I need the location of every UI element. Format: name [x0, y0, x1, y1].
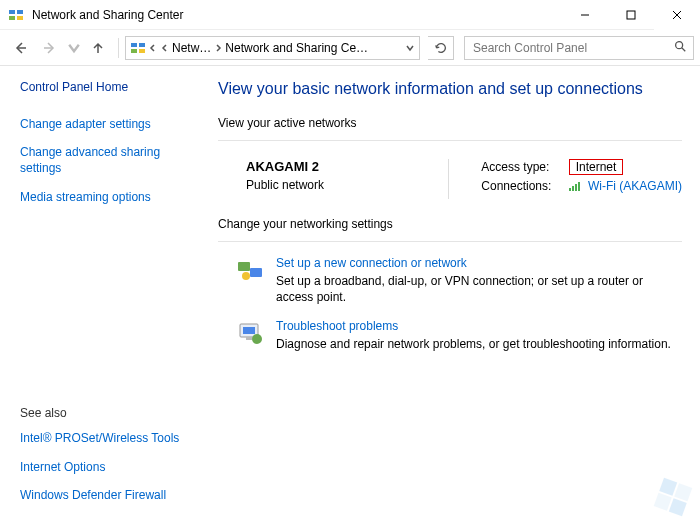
svg-point-22 [242, 272, 250, 280]
troubleshoot-link[interactable]: Troubleshoot problems [276, 319, 671, 333]
svg-rect-3 [17, 16, 23, 20]
svg-rect-30 [669, 498, 687, 516]
forward-button[interactable] [36, 34, 64, 62]
svg-rect-1 [17, 10, 23, 14]
window-title: Network and Sharing Center [32, 8, 183, 22]
svg-rect-29 [654, 493, 672, 511]
troubleshoot-icon [236, 319, 264, 347]
svg-rect-27 [659, 478, 677, 496]
svg-rect-5 [627, 11, 635, 19]
svg-point-26 [252, 334, 262, 344]
svg-rect-18 [575, 184, 577, 191]
chevron-right-icon[interactable] [213, 43, 223, 53]
setup-connection-link[interactable]: Set up a new connection or network [276, 256, 682, 270]
navbar: Netw… Network and Sharing Ce… [0, 30, 700, 66]
setup-connection-icon [236, 256, 264, 284]
breadcrumb-icon [130, 40, 146, 56]
control-panel-home-link[interactable]: Control Panel Home [20, 80, 200, 94]
network-name: AKAGAMI 2 [246, 159, 324, 174]
svg-rect-17 [572, 186, 574, 191]
maximize-button[interactable] [608, 0, 654, 30]
up-button[interactable] [84, 34, 112, 62]
search-input[interactable] [471, 40, 673, 56]
setting-item-troubleshoot: Troubleshoot problems Diagnose and repai… [236, 319, 682, 352]
back-button[interactable] [6, 34, 34, 62]
wifi-icon [569, 181, 583, 195]
page-title: View your basic network information and … [218, 80, 682, 98]
chevron-left-icon[interactable] [148, 43, 158, 53]
search-icon [673, 39, 687, 56]
access-type-label: Access type: [481, 160, 565, 174]
chevron-left-icon[interactable] [160, 43, 170, 53]
svg-point-14 [676, 42, 683, 49]
svg-rect-2 [9, 16, 15, 20]
sidebar-link-internet-options[interactable]: Internet Options [20, 459, 200, 475]
svg-rect-11 [139, 43, 145, 47]
svg-rect-16 [569, 188, 571, 191]
sidebar-link-media-streaming[interactable]: Media streaming options [20, 189, 200, 205]
svg-rect-24 [243, 327, 255, 334]
chevron-down-icon[interactable] [405, 43, 415, 53]
sidebar-link-adapter[interactable]: Change adapter settings [20, 116, 200, 132]
change-settings-label: Change your networking settings [218, 217, 682, 231]
access-type-value: Internet [569, 159, 624, 175]
connection-link[interactable]: Wi-Fi (AKAGAMI) [588, 179, 682, 193]
troubleshoot-desc: Diagnose and repair network problems, or… [276, 336, 671, 352]
breadcrumb-segment[interactable]: Network and Sharing Ce… [225, 41, 403, 55]
svg-rect-21 [250, 268, 262, 277]
app-icon [8, 7, 24, 23]
sidebar-link-intel-proset[interactable]: Intel® PROSet/Wireless Tools [20, 430, 200, 446]
sidebar-link-defender-firewall[interactable]: Windows Defender Firewall [20, 487, 200, 503]
active-networks-label: View your active networks [218, 116, 682, 130]
active-network-panel: AKAGAMI 2 Public network Access type: In… [218, 155, 682, 217]
svg-rect-13 [139, 49, 145, 53]
main-content: View your basic network information and … [200, 66, 700, 525]
svg-rect-19 [578, 182, 580, 191]
svg-rect-12 [131, 49, 137, 53]
network-type: Public network [246, 178, 324, 192]
svg-rect-0 [9, 10, 15, 14]
svg-rect-28 [674, 483, 692, 501]
svg-rect-20 [238, 262, 250, 271]
svg-line-15 [682, 48, 686, 52]
svg-rect-25 [246, 337, 252, 340]
search-box[interactable] [464, 36, 694, 60]
breadcrumb-segment[interactable]: Netw… [172, 41, 211, 55]
recent-locations-button[interactable] [66, 34, 82, 62]
setup-connection-desc: Set up a broadband, dial-up, or VPN conn… [276, 273, 682, 305]
close-button[interactable] [654, 0, 700, 30]
breadcrumb[interactable]: Netw… Network and Sharing Ce… [125, 36, 420, 60]
sidebar: Control Panel Home Change adapter settin… [0, 66, 200, 525]
svg-rect-10 [131, 43, 137, 47]
refresh-button[interactable] [428, 36, 454, 60]
sidebar-link-advanced-sharing[interactable]: Change advanced sharing settings [20, 144, 200, 176]
watermark [650, 474, 696, 523]
titlebar: Network and Sharing Center [0, 0, 700, 30]
setting-item-setup: Set up a new connection or network Set u… [236, 256, 682, 305]
connections-label: Connections: [481, 179, 565, 193]
see-also-label: See also [20, 406, 200, 420]
minimize-button[interactable] [562, 0, 608, 30]
